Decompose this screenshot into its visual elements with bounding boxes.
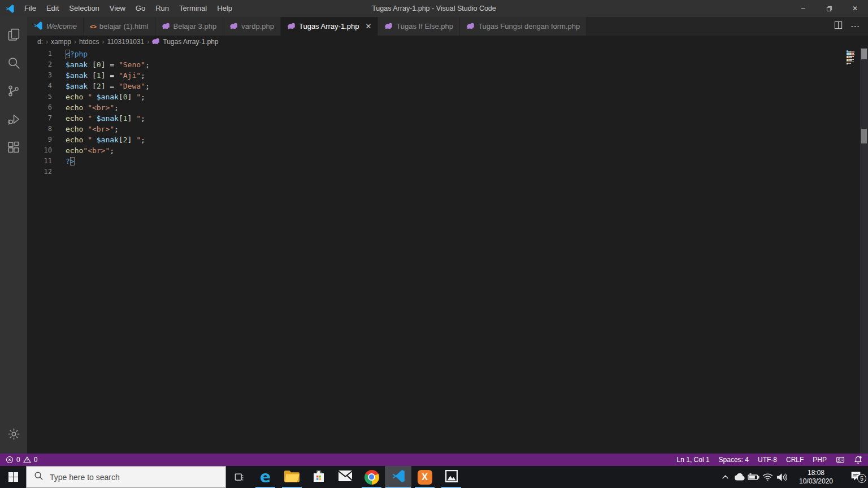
tab-tugas-fungsi-dengan-form-php[interactable]: Tugas Fungsi dengan form.php xyxy=(460,17,587,36)
code-token: echo xyxy=(66,125,83,133)
tab-tugas-if-else-php[interactable]: Tugas If Else.php xyxy=(378,17,460,36)
scrollbar-thumb[interactable] xyxy=(861,49,867,59)
code-line[interactable]: 12 xyxy=(27,167,868,177)
menu-selection[interactable]: Selection xyxy=(64,0,104,17)
code-token: 0 xyxy=(97,60,101,69)
onedrive-icon[interactable] xyxy=(732,473,747,481)
code-token xyxy=(83,114,88,123)
breadcrumb-file-label: Tugas Array-1.php xyxy=(163,38,218,46)
volume-icon[interactable] xyxy=(775,473,789,482)
activity-source-control-icon[interactable] xyxy=(0,77,27,105)
code-line[interactable]: 8echo "<br>"; xyxy=(27,124,868,134)
code-line[interactable]: 4$anak [2] = "Dewa"; xyxy=(27,81,868,91)
code-line[interactable]: 7echo " $anak[1] "; xyxy=(27,113,868,124)
activity-explorer-icon[interactable] xyxy=(0,20,27,49)
wifi-icon[interactable] xyxy=(761,473,775,481)
code-lines[interactable]: 1<?php2$anak [0] = "Seno";3$anak [1] = "… xyxy=(27,49,868,177)
task-view-button[interactable] xyxy=(226,466,252,488)
code-token: [ xyxy=(88,71,97,80)
code-token: [ xyxy=(119,136,123,144)
menu-bar: FileEditSelectionViewGoRunTerminalHelp xyxy=(19,0,237,17)
chevron-up-icon[interactable] xyxy=(718,474,732,480)
tab-label: vardp.php xyxy=(241,22,274,30)
taskbar-search[interactable] xyxy=(26,466,226,488)
activity-search-icon[interactable] xyxy=(0,49,27,77)
editor-actions: ⋯ xyxy=(826,17,868,36)
breadcrumb-item[interactable]: htdocs xyxy=(79,38,99,46)
notifications-bell-icon[interactable] xyxy=(854,455,862,464)
activity-manage-gear-icon[interactable] xyxy=(0,420,27,448)
code-token: "Aji" xyxy=(119,71,141,80)
editor[interactable]: 1<?php2$anak [0] = "Seno";3$anak [1] = "… xyxy=(27,48,868,454)
menu-file[interactable]: File xyxy=(19,0,41,17)
tab-vardp-php[interactable]: vardp.php xyxy=(223,17,281,36)
editor-group: Welcome<>belajar (1).htmlBelajar 3.phpva… xyxy=(27,17,868,454)
editor-scrollbar[interactable] xyxy=(860,48,868,454)
line-content: <?php xyxy=(66,49,88,59)
cursor-position[interactable]: Ln 1, Col 1 xyxy=(677,456,710,464)
breadcrumb-item[interactable]: xampp xyxy=(50,38,72,46)
minimize-button[interactable]: – xyxy=(790,0,816,17)
encoding-setting[interactable]: UTF-8 xyxy=(758,456,777,464)
taskbar-app-edge[interactable]: e xyxy=(252,466,279,488)
code-line[interactable]: 1<?php xyxy=(27,49,868,59)
line-number: 8 xyxy=(27,124,52,134)
line-content: echo " $anak[0] "; xyxy=(66,91,145,102)
menu-go[interactable]: Go xyxy=(131,0,150,17)
taskbar-app-chrome[interactable] xyxy=(358,466,385,488)
battery-icon[interactable] xyxy=(747,473,761,481)
code-token: echo xyxy=(66,103,83,112)
more-actions-icon[interactable]: ⋯ xyxy=(850,21,860,32)
code-line[interactable]: 9echo " $anak[2] "; xyxy=(27,134,868,145)
activity-run-debug-icon[interactable] xyxy=(0,105,27,133)
activity-bar xyxy=(0,17,27,454)
close-icon[interactable]: ✕ xyxy=(365,22,371,30)
menu-run[interactable]: Run xyxy=(150,0,174,17)
breadcrumb-item[interactable]: 1103191031 xyxy=(106,38,145,46)
error-count: 0 xyxy=(16,456,20,464)
indentation-setting[interactable]: Spaces: 4 xyxy=(719,456,749,464)
taskbar-app-microsoft-store[interactable] xyxy=(305,466,332,488)
tab-belajar-3-php[interactable]: Belajar 3.php xyxy=(155,17,224,36)
menu-help[interactable]: Help xyxy=(212,0,237,17)
code-token: ] xyxy=(101,71,110,80)
taskbar-app-vscode[interactable] xyxy=(385,466,411,488)
code-line[interactable]: 5echo " $anak[0] "; xyxy=(27,91,868,102)
close-button[interactable]: ✕ xyxy=(842,0,868,17)
restore-button[interactable] xyxy=(816,0,842,17)
breadcrumb[interactable]: d:›xampp›htdocs›1103191031›Tugas Array-1… xyxy=(27,36,868,48)
menu-view[interactable]: View xyxy=(105,0,131,17)
code-token: ; xyxy=(114,125,119,133)
code-line[interactable]: 3$anak [1] = "Aji"; xyxy=(27,70,868,81)
taskbar-app-mail[interactable] xyxy=(332,466,358,488)
activity-extensions-icon[interactable] xyxy=(0,133,27,162)
taskbar-app-xampp[interactable]: X xyxy=(411,466,438,488)
search-input[interactable] xyxy=(50,473,218,482)
code-line[interactable]: 6echo "<br>"; xyxy=(27,102,868,113)
breadcrumb-file[interactable]: Tugas Array-1.php xyxy=(151,37,218,46)
problems-indicator[interactable]: 0 0 xyxy=(6,456,37,464)
code-token: $anak xyxy=(97,93,119,101)
code-token: " xyxy=(132,136,141,144)
code-line[interactable]: 2$anak [0] = "Seno"; xyxy=(27,59,868,70)
tab-belajar-1-html[interactable]: <>belajar (1).html xyxy=(84,17,155,36)
taskbar-app-file-explorer[interactable] xyxy=(279,466,305,488)
breadcrumb-item[interactable]: d: xyxy=(37,38,44,46)
split-editor-icon[interactable] xyxy=(834,21,843,32)
tab-tugas-array-1-php[interactable]: Tugas Array-1.php✕ xyxy=(281,17,378,36)
code-line[interactable]: 10echo"<br>"; xyxy=(27,145,868,156)
breadcrumb-separator-icon: › xyxy=(147,38,149,46)
taskbar-app-photos[interactable] xyxy=(438,466,465,488)
taskbar-clock[interactable]: 18:08 10/03/2020 xyxy=(794,469,838,486)
line-content: $anak [0] = "Seno"; xyxy=(66,59,150,70)
eol-setting[interactable]: CRLF xyxy=(786,456,804,464)
action-center-button[interactable]: 5 xyxy=(843,470,868,484)
menu-terminal[interactable]: Terminal xyxy=(174,0,212,17)
menu-edit[interactable]: Edit xyxy=(41,0,64,17)
language-mode[interactable]: PHP xyxy=(813,456,827,464)
code-token: " xyxy=(132,93,141,101)
feedback-icon[interactable] xyxy=(836,456,845,464)
code-line[interactable]: 11?> xyxy=(27,156,868,167)
tab-welcome[interactable]: Welcome xyxy=(27,17,84,36)
start-button[interactable] xyxy=(0,466,26,488)
